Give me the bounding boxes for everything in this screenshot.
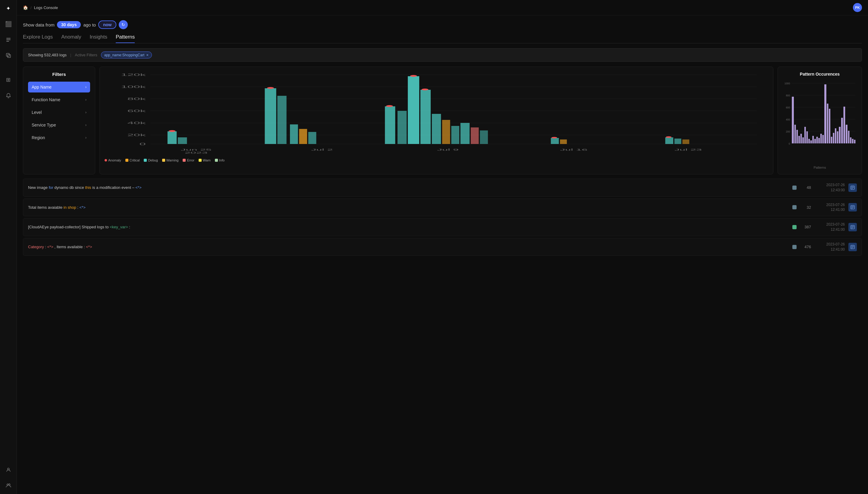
svg-rect-36 [308,132,316,144]
chevron-right-icon: › [85,85,87,89]
patterns-occurrence-panel: Pattern Occurences 1000 800 600 [778,66,862,174]
svg-rect-95 [846,125,848,144]
svg-text:60k: 60k [127,109,146,113]
log-bar-chart: 120k 100k 80k 60k 40k 20k 0 Jun 25 2023 … [105,72,768,156]
sidebar-icon-bell[interactable] [4,91,13,100]
tab-patterns[interactable]: Patterns [116,34,135,43]
svg-rect-49 [480,130,488,144]
legend-color-debug [144,159,147,162]
legend-warning: Warning [162,158,179,162]
svg-text:200: 200 [786,130,790,133]
log-row: New image for dynamo db since this is a … [23,178,862,197]
sidebar-icon-dashboard[interactable]: ⬛ [4,19,13,29]
log-detail-button[interactable] [848,203,857,211]
sidebar-icon-users[interactable] [4,481,13,490]
svg-point-38 [386,105,393,107]
filter-chip-app-name[interactable]: app_name:ShoppingCart × [101,52,152,58]
filter-item-app-name[interactable]: App Name › [28,82,90,93]
svg-rect-55 [682,139,689,144]
log-timestamp: 2023-07-2612:43:00 [815,183,845,193]
topbar: 🏠 / Logs Console PK [17,0,868,15]
svg-text:0: 0 [140,142,146,146]
legend-color-critical [125,159,128,162]
filters-panel: Filters App Name › Function Name › Level… [23,66,95,174]
refresh-button[interactable]: ↻ [119,20,128,29]
log-row: Total items avaiable in shop : <*> 32 20… [23,198,862,216]
data-from-bar: Show data from 30 days ago to now ↻ [23,20,862,29]
filter-item-service-type[interactable]: Service Type › [28,119,90,130]
log-count: 387 [800,225,811,229]
svg-rect-44 [432,114,441,144]
days-pill[interactable]: 30 days [57,21,81,28]
svg-text:2023: 2023 [185,151,208,154]
log-count: 476 [800,245,811,249]
tab-explore-logs[interactable]: Explore Logs [23,34,53,43]
topbar-page-title: Logs Console [34,5,58,10]
svg-rect-72 [798,136,800,144]
svg-rect-48 [471,128,479,144]
filter-item-label: Region [32,135,45,140]
legend-error: Error [183,158,194,162]
svg-rect-96 [848,131,850,144]
tab-insights[interactable]: Insights [90,34,107,43]
svg-rect-99 [854,140,856,144]
svg-text:40k: 40k [127,121,146,125]
svg-rect-42 [421,90,431,144]
filter-item-function-name[interactable]: Function Name › [28,94,90,105]
svg-point-33 [267,87,274,89]
sidebar-icon-user[interactable] [4,465,13,475]
svg-text:600: 600 [786,106,790,109]
log-detail-button[interactable] [848,184,857,192]
log-level-indicator [792,186,797,190]
svg-text:Jun 25: Jun 25 [181,148,211,151]
log-detail-button[interactable] [848,243,857,251]
svg-rect-89 [833,133,834,144]
legend-critical: Critical [125,158,140,162]
chart-legend: Anomaly Critical Debug Warning [105,158,768,162]
main-chart-panel: 120k 100k 80k 60k 40k 20k 0 Jun 25 2023 … [99,66,773,174]
svg-point-30 [169,130,176,132]
log-row: [CloudAEye payload-collector] Shipped lo… [23,218,862,236]
chevron-right-icon: › [85,136,87,140]
log-timestamp: 2023-07-2612:41:00 [815,222,845,232]
svg-text:20k: 20k [127,133,146,137]
legend-color-warning [162,159,165,162]
main-three-col: Filters App Name › Function Name › Level… [23,66,862,174]
topbar-home-icon[interactable]: 🏠 [23,5,28,10]
svg-point-7 [8,484,10,485]
svg-rect-78 [810,140,812,144]
log-rows-container: New image for dynamo db since this is a … [23,178,862,256]
sidebar-icon-logs[interactable] [4,35,13,44]
user-avatar[interactable]: PK [853,3,862,12]
now-pill[interactable]: now [98,20,116,29]
sidebar-icon-sparkle[interactable]: ✦ [4,4,13,13]
log-message: New image for dynamo db since this is a … [28,185,789,191]
svg-rect-46 [451,126,459,144]
main-content: 🏠 / Logs Console PK Show data from 30 da… [17,0,868,494]
svg-rect-39 [398,111,407,144]
svg-rect-92 [839,127,841,144]
svg-text:Jul 2: Jul 2 [311,148,333,151]
svg-point-52 [552,137,557,138]
svg-rect-80 [814,139,816,144]
log-detail-button[interactable] [848,223,857,231]
sidebar-icon-copy-settings[interactable] [4,51,13,60]
legend-color-error [183,159,186,162]
svg-rect-29 [178,137,187,144]
active-filters-label: Active Filters [75,53,97,57]
svg-rect-85 [824,84,826,144]
sidebar-icon-grid[interactable]: ⊞ [4,75,13,84]
tab-anomaly[interactable]: Anomaly [61,34,81,43]
filter-bar: Showing 532,483 logs | Active Filters ap… [23,48,862,62]
filter-item-region[interactable]: Region › [28,132,90,143]
filter-item-level[interactable]: Level › [28,107,90,118]
svg-rect-97 [850,137,851,144]
legend-label-error: Error [187,158,194,162]
filter-chip-close[interactable]: × [146,53,149,57]
log-level-indicator [792,245,797,249]
log-level-indicator [792,205,797,209]
legend-label-warn: Warn [203,158,211,162]
legend-label-info: Info [219,158,224,162]
log-level-indicator [792,225,797,229]
svg-rect-51 [560,139,567,144]
